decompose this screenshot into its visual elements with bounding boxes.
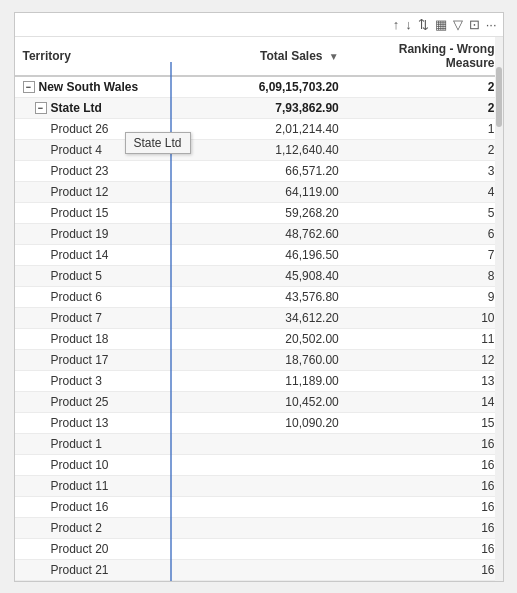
territory-name: Product 21 — [51, 563, 109, 577]
expand-icon[interactable]: ⊡ — [469, 17, 480, 32]
table-row: Product 2366,571.203 — [15, 160, 503, 181]
table-row: Product 1820,502.0011 — [15, 328, 503, 349]
table-row: Product 1310,090.2015 — [15, 412, 503, 433]
territory-name: Product 1 — [51, 437, 102, 451]
cell-ranking: 12 — [347, 349, 503, 370]
territory-name: Product 6 — [51, 290, 102, 304]
table-row: Product 734,612.2010 — [15, 307, 503, 328]
cell-sales — [181, 580, 347, 581]
table-row: Product 1446,196.507 — [15, 244, 503, 265]
cell-territory: Product 15 — [15, 202, 181, 223]
cell-territory[interactable]: −State Ltd — [15, 97, 181, 118]
table-row: Product 2216 — [15, 580, 503, 581]
territory-name: Product 7 — [51, 311, 102, 325]
sort-desc-icon[interactable]: ↓ — [405, 17, 412, 32]
cell-sales: 64,119.00 — [181, 181, 347, 202]
cell-territory: Product 18 — [15, 328, 181, 349]
territory-name: Product 25 — [51, 395, 109, 409]
cell-sales: 7,93,862.90 — [181, 97, 347, 118]
table-row: Product 216 — [15, 517, 503, 538]
table-row: Product 2016 — [15, 538, 503, 559]
cell-sales: 18,760.00 — [181, 349, 347, 370]
cell-sales: 6,09,15,703.20 — [181, 76, 347, 98]
cell-ranking: 13 — [347, 370, 503, 391]
cell-ranking: 8 — [347, 265, 503, 286]
group-expand-icon[interactable]: − — [23, 81, 35, 93]
subgroup-expand-icon[interactable]: − — [35, 102, 47, 114]
cell-territory: Product 20 — [15, 538, 181, 559]
cell-sales: 10,090.20 — [181, 412, 347, 433]
table-row: Product 2116 — [15, 559, 503, 580]
more-icon[interactable]: ··· — [486, 17, 497, 32]
cell-ranking: 1 — [347, 118, 503, 139]
table-row: Product 116 — [15, 433, 503, 454]
scrollbar[interactable] — [495, 37, 503, 581]
table-row: Product 2510,452.0014 — [15, 391, 503, 412]
table-row: Product 545,908.408 — [15, 265, 503, 286]
column-sales-label: Total Sales — [260, 49, 322, 63]
cell-sales: 45,908.40 — [181, 265, 347, 286]
cell-ranking: 5 — [347, 202, 503, 223]
cell-sales: 20,502.00 — [181, 328, 347, 349]
table-wrapper: Territory Total Sales ▼ Ranking - Wrong … — [15, 37, 503, 581]
column-header-territory[interactable]: Territory — [15, 37, 181, 76]
cell-ranking: 7 — [347, 244, 503, 265]
territory-name: Product 2 — [51, 521, 102, 535]
cell-territory[interactable]: −New South Wales — [15, 76, 181, 98]
table-row: Product 262,01,214.401 — [15, 118, 503, 139]
toolbar: ↑ ↓ ⇅ ▦ ▽ ⊡ ··· — [15, 13, 503, 37]
territory-name: Product 19 — [51, 227, 109, 241]
cell-ranking: 3 — [347, 160, 503, 181]
territory-name: State Ltd — [51, 101, 102, 115]
sort-asc-icon[interactable]: ↑ — [393, 17, 400, 32]
sort-down-icon: ▼ — [329, 51, 339, 62]
territory-name: Product 4 — [51, 143, 102, 157]
cell-ranking: 14 — [347, 391, 503, 412]
cell-sales — [181, 559, 347, 580]
cell-sales: 2,01,214.40 — [181, 118, 347, 139]
cell-ranking: 10 — [347, 307, 503, 328]
cell-territory: Product 2 — [15, 517, 181, 538]
cell-ranking: 16 — [347, 496, 503, 517]
cell-sales: 66,571.20 — [181, 160, 347, 181]
column-header-sales[interactable]: Total Sales ▼ — [181, 37, 347, 76]
cell-territory: Product 16 — [15, 496, 181, 517]
cell-sales: 46,196.50 — [181, 244, 347, 265]
cell-ranking: 4 — [347, 181, 503, 202]
cell-sales: 43,576.80 — [181, 286, 347, 307]
cell-territory: Product 6 — [15, 286, 181, 307]
cell-sales: 59,268.20 — [181, 202, 347, 223]
cell-sales — [181, 433, 347, 454]
filter-icon[interactable]: ▽ — [453, 17, 463, 32]
territory-name: Product 17 — [51, 353, 109, 367]
cell-ranking: 16 — [347, 580, 503, 581]
tooltip-text: State Ltd — [134, 136, 182, 150]
territory-name: Product 18 — [51, 332, 109, 346]
scrollbar-thumb[interactable] — [496, 67, 502, 127]
cell-ranking: 9 — [347, 286, 503, 307]
cell-sales — [181, 454, 347, 475]
cell-ranking: 2 — [347, 139, 503, 160]
bar-chart-icon[interactable]: ▦ — [435, 17, 447, 32]
column-header-ranking[interactable]: Ranking - Wrong Measure — [347, 37, 503, 76]
cell-sales: 34,612.20 — [181, 307, 347, 328]
cell-ranking: 15 — [347, 412, 503, 433]
cell-territory: Product 17 — [15, 349, 181, 370]
cell-territory: Product 25 — [15, 391, 181, 412]
cell-sales: 11,189.00 — [181, 370, 347, 391]
table-row: −State Ltd7,93,862.902 — [15, 97, 503, 118]
table-row: Product 1016 — [15, 454, 503, 475]
table-row: Product 311,189.0013 — [15, 370, 503, 391]
table-row: Product 1948,762.606 — [15, 223, 503, 244]
table-row: Product 41,12,640.402 — [15, 139, 503, 160]
territory-name: Product 10 — [51, 458, 109, 472]
cell-ranking: 2 — [347, 97, 503, 118]
cell-sales — [181, 496, 347, 517]
cell-sales: 48,762.60 — [181, 223, 347, 244]
territory-name: Product 12 — [51, 185, 109, 199]
column-ranking-label: Ranking - Wrong Measure — [399, 42, 495, 70]
sort-both-icon[interactable]: ⇅ — [418, 17, 429, 32]
cell-sales: 1,12,640.40 — [181, 139, 347, 160]
cell-territory: Product 7 — [15, 307, 181, 328]
table-row: Product 1264,119.004 — [15, 181, 503, 202]
